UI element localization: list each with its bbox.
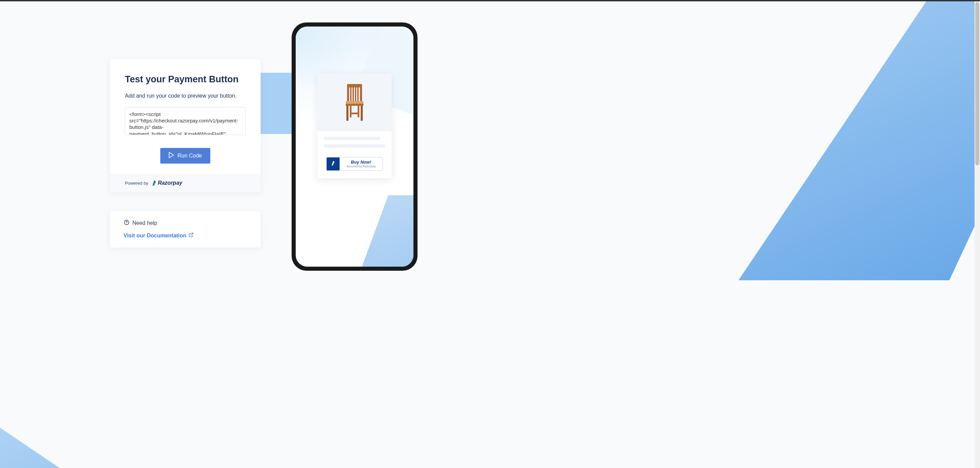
product-info: Buy Now! Secured by Razorpay: [318, 131, 392, 178]
documentation-link[interactable]: Visit our Documentation: [124, 232, 194, 239]
product-card: Buy Now! Secured by Razorpay: [318, 73, 392, 178]
svg-point-2: [126, 224, 127, 224]
svg-rect-7: [350, 87, 352, 101]
help-card: Need help Visit our Documentation: [110, 211, 261, 247]
svg-rect-9: [355, 87, 356, 101]
card-footer: Powered by Razorpay: [110, 174, 261, 192]
need-help-row: Need help: [124, 219, 247, 227]
play-icon: [169, 152, 174, 160]
page-viewport: Test your Payment Button Add and run you…: [0, 0, 980, 468]
test-payment-card: Test your Payment Button Add and run you…: [110, 59, 261, 192]
buy-button-subtext: Secured by Razorpay: [347, 165, 376, 168]
svg-rect-15: [350, 106, 352, 117]
svg-rect-6: [360, 87, 362, 102]
buy-now-button[interactable]: Buy Now! Secured by Razorpay: [326, 157, 383, 171]
skeleton-line: [324, 144, 385, 148]
svg-rect-17: [350, 113, 360, 114]
razorpay-logo: Razorpay: [152, 180, 182, 186]
external-link-icon: [189, 232, 194, 239]
svg-rect-4: [347, 84, 362, 87]
svg-line-3: [191, 233, 193, 235]
razorpay-brand-text: Razorpay: [158, 180, 182, 186]
page-scrollbar[interactable]: [975, 2, 980, 468]
phone-mockup: Buy Now! Secured by Razorpay: [292, 22, 417, 271]
powered-by-label: Powered by: [125, 181, 148, 186]
svg-rect-16: [358, 106, 360, 117]
card-title: Test your Payment Button: [125, 74, 246, 85]
documentation-link-label: Visit our Documentation: [124, 233, 186, 239]
buy-button-brand-block: [327, 157, 340, 170]
buy-button-label: Buy Now!: [351, 160, 371, 164]
screen-bg-blob: [356, 195, 414, 267]
need-help-label: Need help: [132, 220, 157, 226]
svg-rect-13: [347, 106, 348, 121]
svg-rect-14: [361, 106, 363, 121]
code-input[interactable]: [125, 107, 246, 135]
page-scrollbar-thumb[interactable]: [975, 2, 979, 165]
card-subtitle: Add and run your code to preview your bu…: [125, 93, 246, 99]
skeleton-line: [324, 137, 380, 140]
razorpay-mark-icon: [331, 161, 336, 167]
help-icon: [124, 219, 130, 227]
chair-icon: [341, 81, 368, 124]
run-code-label: Run Code: [177, 153, 202, 159]
svg-rect-10: [357, 87, 359, 101]
razorpay-mark-icon: [152, 180, 156, 186]
run-code-button[interactable]: Run Code: [160, 148, 210, 163]
product-image: [318, 73, 392, 131]
svg-rect-5: [347, 87, 349, 102]
svg-rect-12: [346, 104, 363, 106]
svg-marker-0: [169, 152, 173, 158]
phone-screen: Buy Now! Secured by Razorpay: [296, 27, 414, 267]
svg-rect-8: [353, 87, 354, 101]
